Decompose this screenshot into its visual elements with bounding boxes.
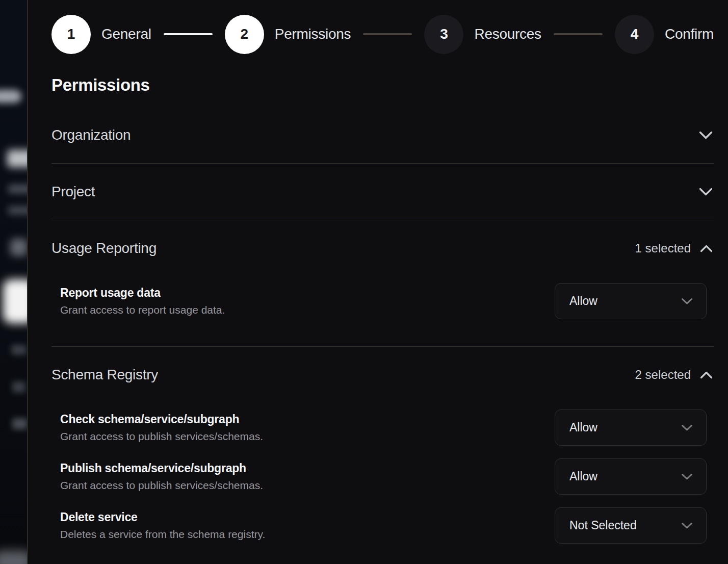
blurred-text-line — [12, 381, 25, 393]
step-number: 4 — [631, 26, 639, 42]
section-header-right: 2 selected — [635, 368, 713, 382]
section-title: Usage Reporting — [51, 240, 157, 257]
app-root: 1 General 2 Permissions 3 Resources — [0, 0, 728, 564]
section-header-right: 1 selected — [635, 241, 713, 255]
permission-text: Check schema/service/subgraph Grant acce… — [60, 413, 263, 443]
step-confirm-badge: 4 — [615, 15, 654, 54]
permission-level-select[interactable]: Allow — [555, 409, 707, 446]
step-resources-label: Resources — [474, 26, 541, 42]
permission-title: Publish schema/service/subgraph — [60, 462, 263, 475]
selected-count-badge: 2 selected — [635, 368, 691, 382]
blurred-button — [3, 279, 27, 323]
step-number: 2 — [241, 26, 249, 42]
section-title: Organization — [51, 127, 131, 143]
permission-title: Report usage data — [60, 286, 225, 300]
permission-level-select[interactable]: Allow — [555, 458, 707, 495]
section-usage-reporting-header[interactable]: Usage Reporting 1 selected — [51, 220, 714, 257]
selected-option: Allow — [569, 294, 597, 308]
permission-description: Deletes a service from the schema regist… — [60, 528, 265, 541]
section-title: Schema Registry — [51, 367, 158, 383]
step-permissions-label: Permissions — [275, 26, 351, 42]
section-usage-reporting: Usage Reporting 1 selected Report usage … — [51, 220, 714, 347]
background-sidebar — [0, 0, 27, 564]
page-title: Permissions — [51, 75, 714, 95]
selected-option: Allow — [569, 470, 597, 483]
wizard-stepper: 1 General 2 Permissions 3 Resources — [51, 14, 714, 54]
chevron-up-icon — [700, 371, 713, 379]
chevron-down-icon — [699, 131, 713, 140]
section-schema-registry: Schema Registry 2 selected Check schema/… — [51, 347, 714, 564]
section-organization: Organization — [51, 107, 714, 164]
permission-rows: Check schema/service/subgraph Grant acce… — [51, 383, 714, 564]
chevron-up-icon — [700, 245, 713, 252]
permission-level-select[interactable]: Not Selected — [555, 507, 707, 544]
section-project-header[interactable]: Project — [51, 164, 714, 220]
permission-row-report-usage-data: Report usage data Grant access to report… — [60, 283, 707, 319]
permission-rows: Report usage data Grant access to report… — [51, 257, 714, 346]
blurred-nav-item — [0, 90, 21, 103]
permission-title: Delete service — [60, 510, 265, 524]
chevron-down-icon — [699, 188, 713, 196]
blurred-icon — [10, 239, 27, 256]
step-general-badge: 1 — [51, 15, 91, 54]
permission-description: Grant access to publish services/schemas… — [60, 430, 263, 443]
chevron-down-icon — [681, 298, 693, 305]
permission-level-select[interactable]: Allow — [555, 283, 707, 319]
step-connector-done — [164, 33, 213, 35]
section-title: Project — [51, 184, 95, 200]
blurred-heading — [7, 150, 27, 167]
step-confirm[interactable]: 4 Confirm — [615, 15, 714, 54]
blurred-text-line — [8, 185, 27, 193]
step-general[interactable]: 1 General — [51, 15, 151, 54]
selected-option: Not Selected — [569, 519, 637, 532]
step-resources[interactable]: 3 Resources — [424, 15, 541, 54]
permission-sections: Organization Project Usage Rep — [51, 107, 714, 564]
permission-description: Grant access to report usage data. — [60, 304, 225, 316]
permission-row-check-schema: Check schema/service/subgraph Grant acce… — [60, 409, 707, 446]
permission-text: Delete service Deletes a service from th… — [60, 510, 265, 541]
blurred-text-line — [8, 206, 27, 215]
step-permissions[interactable]: 2 Permissions — [225, 15, 351, 54]
step-general-label: General — [101, 26, 151, 42]
permission-row-delete-service: Delete service Deletes a service from th… — [60, 507, 707, 544]
step-confirm-label: Confirm — [665, 26, 714, 42]
section-schema-registry-header[interactable]: Schema Registry 2 selected — [51, 347, 714, 383]
permission-description: Grant access to publish services/schemas… — [60, 479, 263, 492]
chevron-down-icon — [681, 473, 693, 480]
chevron-down-icon — [681, 522, 693, 529]
step-connector-todo — [363, 33, 412, 35]
permission-text: Publish schema/service/subgraph Grant ac… — [60, 462, 263, 492]
step-resources-badge: 3 — [424, 15, 463, 54]
step-number: 3 — [440, 26, 448, 42]
blurred-text-line — [11, 345, 27, 355]
selected-count-badge: 1 selected — [635, 241, 691, 255]
create-token-modal: 1 General 2 Permissions 3 Resources — [27, 0, 728, 564]
selected-option: Allow — [569, 421, 597, 434]
step-permissions-badge: 2 — [225, 15, 264, 54]
blurred-text-line — [0, 551, 27, 564]
section-project: Project — [51, 164, 714, 220]
step-connector-todo — [554, 33, 603, 35]
permission-row-publish-schema: Publish schema/service/subgraph Grant ac… — [60, 458, 707, 495]
blurred-text-line — [12, 418, 27, 429]
section-organization-header[interactable]: Organization — [51, 107, 714, 163]
chevron-down-icon — [681, 424, 693, 431]
permission-text: Report usage data Grant access to report… — [60, 286, 225, 316]
permission-title: Check schema/service/subgraph — [60, 413, 263, 426]
step-number: 1 — [67, 26, 75, 42]
